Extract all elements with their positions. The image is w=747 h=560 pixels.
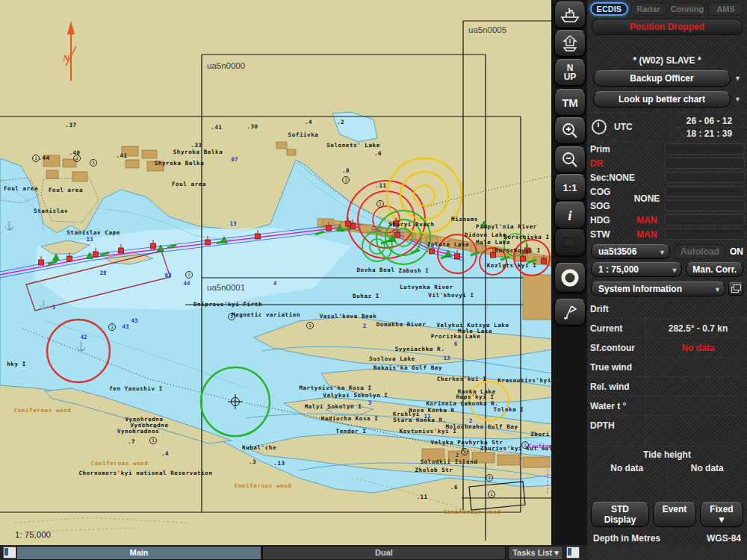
zoom-in-icon [561,122,579,140]
vegetation-label: Coniferous wood [91,460,149,467]
depth-number: 4 [273,280,277,287]
one-to-one-label: 1:1 [563,183,577,193]
system-information-dropdown[interactable]: System Information▼ [591,281,725,296]
chart-select-dropdown[interactable]: ua5t3506▼ [591,244,670,259]
std-display-button[interactable]: STD Display [591,502,649,527]
map-label: .4 [161,450,169,457]
map-label: hky I [7,361,26,367]
tab-ams[interactable]: AMS [707,2,744,16]
prim-label: Prim [590,144,629,155]
north-up-button[interactable]: N UP [554,59,586,86]
autoload-button-disabled[interactable]: Autoload [674,244,726,259]
stw-label: STW [590,229,629,240]
depth-number: 2 [363,323,367,329]
map-label: Haps'kyi I [456,393,494,400]
watertemp-label: Water t ° [587,396,646,416]
tide-values-row: No data No data [587,461,747,491]
cog-value-box[interactable] [665,186,745,197]
depth-number: 3 [368,399,372,406]
svg-text:1: 1 [309,323,311,328]
map-label: Mizoums [451,216,478,223]
clock-icon[interactable] [592,119,607,134]
chevron-down-icon: ▼ [714,286,721,293]
fixed-label: Fixed [710,504,733,514]
scale-select-dropdown[interactable]: 1 : 75,000▼ [591,262,682,277]
detach-window-button[interactable] [728,282,743,296]
depth-number: 42 [80,334,87,340]
anchor-symbol: ⚓ [4,220,14,231]
depth-number: 07 [231,156,238,163]
tab-ecdis[interactable]: ECDIS [590,2,628,16]
tab-conning[interactable]: Conning [669,2,706,16]
svg-text:1: 1 [379,201,382,206]
map-label: Korinnia Lakonka R. [426,400,498,407]
depth-number: 13 [86,236,93,243]
area-tool-button-disabled[interactable] [554,229,586,256]
north-arrow-label: N [62,52,70,63]
truewind-label: True wind [587,358,646,377]
backup-officer-dropdown[interactable]: Backup Officer [593,70,731,87]
event-mark-button[interactable] [554,299,586,326]
tasks-list-dropdown[interactable]: Tasks List ▾ [508,546,563,560]
hdg-value-box[interactable] [665,214,745,225]
map-label: Prorizka Lake [431,333,481,340]
dr-value-box[interactable] [665,158,745,169]
building-block [72,172,87,181]
taskbar-tab-dual[interactable]: Dual [262,546,506,560]
lookup-chart-dropdown[interactable]: Look up better chart [593,91,731,108]
zoom-in-button[interactable] [554,117,586,144]
table-row: Current282.5° - 0.7 kn [587,319,747,338]
map-label: Chornomors'kyi national Reservation [78,470,212,476]
sec-label: Sec:NONE [590,172,665,183]
map-label: Male Lake [476,239,510,246]
time-value: 18 : 21 : 39 [672,128,747,140]
svg-text:1: 1 [488,475,491,480]
sec-value-box[interactable] [665,172,745,183]
taskbar-tab-main[interactable]: Main [16,546,261,560]
scale-one-to-one-button[interactable]: 1:1 [554,174,586,201]
datum-label: WGS-84 [707,533,741,544]
prim-value-box[interactable] [665,143,745,155]
map-label: Borschovyi I [495,247,540,254]
center-ship-button[interactable] [554,30,586,57]
tide-right-value: No data [668,461,747,491]
drift-value [646,299,747,319]
chart-canvas[interactable]: 11111111111111⚓⚓⚓Shyroka BalkaShyroka Ba… [0,0,553,545]
tab-radar[interactable]: Radar [630,2,667,16]
zoom-out-button[interactable] [554,146,586,173]
event-button[interactable]: Event [653,502,696,527]
window-icon[interactable] [3,547,16,559]
lookup-chart-row: Look up better chart ▼ [593,91,741,108]
map-label: Solodkii Island [421,458,478,465]
map-label: Foul area [172,181,206,187]
own-ship-button[interactable] [554,1,586,28]
info-button[interactable]: i [554,202,586,228]
ship-icon [560,7,580,23]
depth-number: 43 [122,323,129,330]
true-motion-button[interactable]: TM [554,89,586,116]
range-rings-button[interactable] [554,263,586,293]
vegetation-label: Coniferous wood [235,482,292,489]
manual-correction-button[interactable]: Man. Corr. [686,262,743,277]
vegetation-label: Coniferous wood [444,508,501,515]
fixed-dropdown-button[interactable]: Fixed ▼ [700,502,743,527]
map-label: .41 [211,124,222,131]
map-label: Vil'khovyi I [428,292,474,299]
alert-banner[interactable]: Position Dropped [592,19,743,35]
flag-area-icon [562,235,578,250]
map-label: Tender I [336,428,367,435]
taskbar-right-filler [587,545,747,560]
svg-text:1: 1 [490,491,493,497]
depth-number: 6 [454,340,458,347]
map-label: Borschivka I [503,234,549,240]
panel-toggle-icon[interactable] [566,547,580,559]
chevron-down-icon[interactable]: ▼ [734,75,741,82]
stw-value-box[interactable] [665,228,745,240]
map-label: .40 [69,149,80,156]
building-block [142,150,157,158]
sog-value-box[interactable] [665,200,745,211]
caution-label: Caution [528,443,552,449]
buoy-symbol [93,252,99,257]
buoy-symbol [67,256,72,261]
chevron-down-icon[interactable]: ▼ [734,96,741,103]
